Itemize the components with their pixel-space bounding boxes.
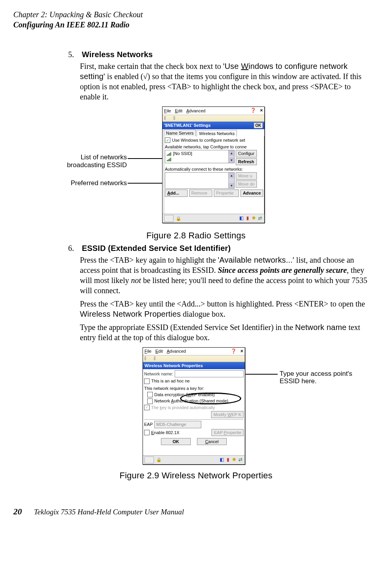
step-6: 6. ESSID (Extended Service Set Identifie… <box>68 243 371 343</box>
label-auto-connect: Automatically connect to these networks: <box>165 166 243 172</box>
configure-button[interactable]: Configur <box>236 150 257 157</box>
chapter-heading: Chapter 2: Unpacking & Basic Checkout <box>13 9 379 20</box>
scrollbar[interactable]: ▴ ▾ <box>228 150 234 163</box>
list-preferred-networks[interactable]: ▴ ▾ <box>165 172 235 189</box>
annotation-oval <box>180 393 241 404</box>
annotation-type-essid: Type your access point's ESSID here. <box>280 370 352 385</box>
refresh-button[interactable]: Refresh <box>236 158 257 165</box>
mnemonic: W <box>241 62 248 70</box>
eap-properties-button[interactable]: EAP Propertie <box>211 429 244 436</box>
emphasis: not <box>131 276 141 285</box>
network-name-input[interactable] <box>175 370 244 377</box>
menu-edit[interactable]: Edit <box>175 108 182 114</box>
ok-button[interactable]: OK <box>161 438 191 445</box>
gripper-icon[interactable] <box>164 116 166 120</box>
quoted-label: 'Available networks...' <box>218 256 294 264</box>
anno-line: ESSID here. <box>280 377 317 385</box>
tray-icon[interactable]: ✺ <box>231 457 237 463</box>
checkbox-enable-8021x[interactable] <box>144 430 150 435</box>
page-number: 20 <box>13 506 32 518</box>
figure-caption: Figure 2.9 Wireless Network Properties <box>13 470 379 481</box>
tray-icon[interactable]: ⇄ <box>257 216 263 221</box>
text: Press the <TAB> key again to highlight t… <box>80 256 218 264</box>
anno-line: Type your access point's <box>280 370 352 377</box>
scroll-down-icon[interactable]: ▾ <box>229 183 234 188</box>
tray-icon[interactable]: ✺ <box>251 216 257 221</box>
text: Type the appropriate ESSID (Extended Ser… <box>80 323 295 332</box>
start-button[interactable] <box>164 215 173 222</box>
ok-button[interactable]: OK <box>254 123 263 128</box>
footer-text: Teklogix 7535 Hand-Held Computer User Ma… <box>34 508 184 516</box>
lock-icon: 🔒 <box>176 216 181 221</box>
quoted-label: Network name <box>295 323 347 332</box>
text: First, make certain that the check box n… <box>80 62 223 70</box>
properties-button[interactable]: Propertie <box>214 189 239 197</box>
window-toolbar <box>143 355 245 362</box>
menu-file[interactable]: File <box>145 348 152 354</box>
step-number: 5. <box>68 49 80 60</box>
close-icon[interactable]: × <box>240 348 243 355</box>
start-button[interactable] <box>145 456 154 463</box>
checkbox-label: The key is provided automatically <box>151 405 215 410</box>
cancel-button[interactable]: Cancel <box>197 438 227 445</box>
remove-button[interactable]: Remove <box>189 189 212 197</box>
advanced-button[interactable]: Advance <box>240 189 263 197</box>
scrollbar[interactable]: ▴ ▾ <box>228 173 234 188</box>
menu-edit[interactable]: Edit <box>155 348 163 354</box>
page-footer: 20 Teklogix 7535 Hand-Held Computer User… <box>13 506 379 518</box>
label-key-for: This network requires a key for: <box>144 386 204 391</box>
gripper-icon[interactable] <box>154 357 155 361</box>
menu-advanced[interactable]: Advanced <box>186 108 206 114</box>
move-up-button[interactable]: Move u <box>236 172 257 179</box>
signal-icon <box>167 157 172 161</box>
menu-file[interactable]: File <box>164 108 171 114</box>
help-icon[interactable]: ❓ <box>231 348 237 355</box>
tray-icon[interactable]: ▮ <box>245 216 250 221</box>
dialog-title: Wireless Network Properties <box>145 363 203 368</box>
window-menubar: File Edit Advanced ❓ × <box>163 107 264 115</box>
step-body: Press the <TAB> key again to highlight t… <box>80 255 371 343</box>
tray-icon[interactable]: ▮ <box>225 457 231 463</box>
gripper-icon[interactable] <box>145 357 146 361</box>
tray-icon[interactable]: ⇄ <box>238 457 243 463</box>
scroll-down-icon[interactable]: ▾ <box>229 157 234 163</box>
system-tray: ◧ ▮ ✺ ⇄ <box>219 457 243 463</box>
checkbox-adhoc[interactable] <box>144 379 150 384</box>
eap-select[interactable]: MD5-Challenge <box>154 421 201 428</box>
emphasis: Since access points are generally secure <box>218 266 347 274</box>
quoted-bold: 'Use <box>223 62 241 70</box>
anno-line: broadcasting ESSID <box>67 161 127 169</box>
checkbox-use-windows[interactable]: ✓ <box>165 137 170 143</box>
list-item[interactable] <box>165 157 234 162</box>
checkbox-wep[interactable] <box>147 392 153 397</box>
gripper-icon[interactable] <box>173 116 175 120</box>
taskbar: 🔒 ◧ ▮ ✺ ⇄ <box>163 214 264 223</box>
window-menubar: File Edit Advanced ❓ × <box>143 348 245 356</box>
text: Press the <TAB> key until the <Add...> b… <box>80 299 365 308</box>
add-button[interactable]: Add... <box>165 189 188 197</box>
step-title: ESSID (Extended Service Set Identifier) <box>82 244 231 252</box>
tray-icon[interactable]: ◧ <box>219 457 224 463</box>
list-available-networks[interactable]: [No SSID] ▴ ▾ <box>165 150 235 163</box>
scroll-up-icon[interactable]: ▴ <box>229 150 234 156</box>
scroll-up-icon[interactable]: ▴ <box>229 173 234 178</box>
list-item-label: [No SSID] <box>173 151 192 156</box>
move-down-button[interactable]: Move do <box>236 180 257 188</box>
tray-icon[interactable]: ◧ <box>238 216 244 221</box>
label-available-networks: Available networks, tap Configure to con… <box>165 144 247 150</box>
text: dialogue box. <box>181 310 226 318</box>
checkbox-label: Use Windows to configure network set <box>172 137 245 143</box>
anno-line: Preferred networks <box>70 179 127 187</box>
close-icon[interactable]: × <box>260 108 263 114</box>
help-icon[interactable]: ❓ <box>250 108 256 114</box>
annotation-preferred-networks: Preferred networks <box>64 179 127 187</box>
menu-advanced[interactable]: Advanced <box>167 348 186 354</box>
list-item[interactable]: [No SSID] <box>165 150 234 157</box>
signal-icon <box>167 152 172 156</box>
tab-name-servers[interactable]: Name Servers <box>164 130 196 136</box>
step-body: First, make certain that the check box n… <box>80 61 371 102</box>
modify-wep-button[interactable]: Modify WEP K <box>211 411 244 418</box>
tab-wireless-networks[interactable]: Wireless Networks <box>197 130 237 137</box>
figure-2-9: Type your access point's ESSID here. Fil… <box>13 347 379 468</box>
checkbox-auth[interactable] <box>147 399 153 404</box>
